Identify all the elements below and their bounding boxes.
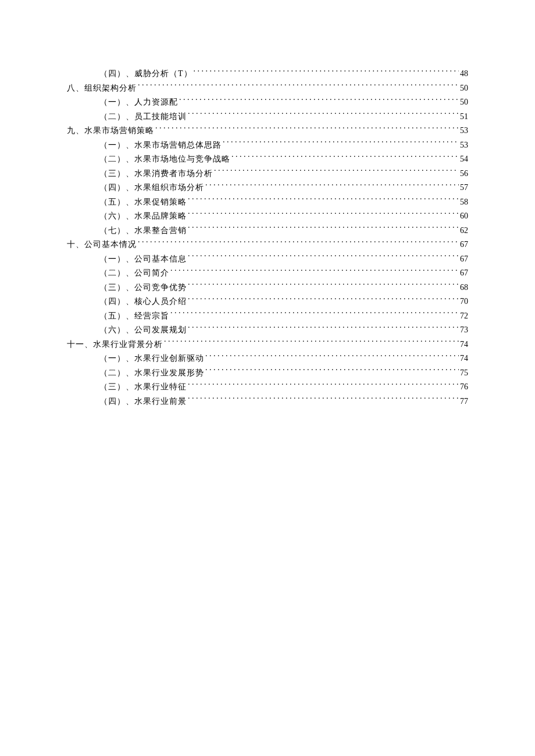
toc-entry-page: 53 xyxy=(460,138,468,153)
toc-entry-label: （五）、水果促销策略 xyxy=(99,195,187,210)
toc-leader-dots xyxy=(179,96,459,105)
toc-entry-label: （二）、水果市场地位与竞争战略 xyxy=(99,152,230,167)
toc-entry-label: （四）、水果行业前景 xyxy=(99,395,187,409)
toc-entry-page: 50 xyxy=(460,81,468,96)
toc-leader-dots xyxy=(188,281,459,289)
toc-leader-dots xyxy=(188,252,459,261)
toc-entry: （一）、水果行业创新驱动74 xyxy=(99,352,468,366)
toc-entry-page: 76 xyxy=(460,380,468,395)
toc-leader-dots xyxy=(188,210,459,218)
toc-leader-dots xyxy=(188,324,459,332)
toc-leader-dots xyxy=(138,238,459,247)
toc-entry-page: 62 xyxy=(460,224,468,238)
toc-leader-dots xyxy=(188,224,459,232)
toc-entry: （一）、公司基本信息67 xyxy=(99,252,468,267)
toc-entry: （三）、公司竞争优势68 xyxy=(99,281,468,295)
toc-leader-dots xyxy=(214,167,459,175)
toc-entry-page: 60 xyxy=(460,209,468,224)
toc-entry: 九、水果市场营销策略53 xyxy=(67,124,468,138)
toc-entry: （五）、经营宗旨72 xyxy=(99,309,468,324)
toc-entry-label: （四）、核心人员介绍 xyxy=(99,295,187,309)
toc-entry-label: （一）、水果市场营销总体思路 xyxy=(99,138,222,153)
toc-entry: （三）、水果行业特征76 xyxy=(99,380,468,395)
toc-entry: （四）、核心人员介绍70 xyxy=(99,295,468,309)
toc-entry-page: 72 xyxy=(460,309,468,324)
toc-entry-label: （六）、公司发展规划 xyxy=(99,323,187,338)
toc-entry-label: （二）、公司简介 xyxy=(99,266,169,281)
toc-entry: （二）、公司简介67 xyxy=(99,266,468,281)
toc-entry: （四）、威胁分析（T）48 xyxy=(99,67,468,81)
toc-entry-page: 48 xyxy=(460,67,468,81)
toc-leader-dots xyxy=(231,153,459,162)
toc-entry-label: 九、水果市场营销策略 xyxy=(67,124,154,138)
toc-leader-dots xyxy=(138,81,459,90)
toc-entry-label: （三）、公司竞争优势 xyxy=(99,281,187,295)
toc-entry-label: （四）、威胁分析（T） xyxy=(99,67,192,81)
toc-leader-dots xyxy=(188,381,459,389)
toc-entry: （六）、水果品牌策略60 xyxy=(99,209,468,224)
toc-entry-label: （二）、水果行业发展形势 xyxy=(99,366,204,381)
toc-leader-dots xyxy=(205,352,459,361)
toc-entry: （五）、水果促销策略58 xyxy=(99,195,468,210)
toc-entry-label: （七）、水果整合营销 xyxy=(99,224,187,238)
toc-entry-label: 十一、水果行业背景分析 xyxy=(67,338,163,352)
toc-entry-label: （一）、人力资源配 xyxy=(99,95,178,110)
toc-entry-page: 68 xyxy=(460,281,468,295)
toc-leader-dots xyxy=(188,395,459,403)
toc-leader-dots xyxy=(164,338,459,346)
toc-leader-dots xyxy=(205,181,459,190)
toc-entry: （四）、水果行业前景77 xyxy=(99,395,468,409)
toc-entry-page: 67 xyxy=(460,238,468,252)
toc-entry-page: 53 xyxy=(460,124,468,138)
toc-entry-label: （二）、员工技能培训 xyxy=(99,110,187,124)
toc-entry-label: （六）、水果品牌策略 xyxy=(99,209,187,224)
toc-entry-label: 八、组织架构分析 xyxy=(67,81,137,96)
toc-entry-page: 67 xyxy=(460,252,468,267)
toc-leader-dots xyxy=(188,110,459,119)
toc-entry-label: （五）、经营宗旨 xyxy=(99,309,169,324)
toc-entry: （二）、员工技能培训51 xyxy=(99,110,468,124)
toc-entry: （一）、水果市场营销总体思路53 xyxy=(99,138,468,153)
toc-entry: 十一、水果行业背景分析74 xyxy=(67,338,468,352)
toc-entry-page: 77 xyxy=(460,395,468,409)
toc-entry-label: （一）、公司基本信息 xyxy=(99,252,187,267)
toc-entry-page: 50 xyxy=(460,95,468,110)
toc-entry-page: 70 xyxy=(460,295,468,309)
table-of-contents: （四）、威胁分析（T）48八、组织架构分析50（一）、人力资源配50（二）、员工… xyxy=(67,67,468,409)
toc-entry-page: 54 xyxy=(460,152,468,167)
toc-entry-page: 67 xyxy=(460,266,468,281)
toc-entry-page: 74 xyxy=(460,352,468,366)
toc-leader-dots xyxy=(170,309,459,318)
toc-entry-label: 十、公司基本情况 xyxy=(67,238,137,252)
toc-leader-dots xyxy=(194,67,459,76)
toc-entry-page: 58 xyxy=(460,195,468,210)
toc-leader-dots xyxy=(188,295,459,304)
toc-entry: （四）、水果组织市场分析57 xyxy=(99,181,468,195)
toc-entry-page: 73 xyxy=(460,323,468,338)
toc-entry-label: （一）、水果行业创新驱动 xyxy=(99,352,204,366)
toc-entry-page: 75 xyxy=(460,366,468,381)
toc-entry: （六）、公司发展规划73 xyxy=(99,323,468,338)
toc-entry-label: （三）、水果消费者市场分析 xyxy=(99,167,213,181)
toc-entry-label: （四）、水果组织市场分析 xyxy=(99,181,204,195)
toc-leader-dots xyxy=(188,195,459,204)
toc-entry: 八、组织架构分析50 xyxy=(67,81,468,96)
toc-entry-page: 57 xyxy=(460,181,468,195)
toc-leader-dots xyxy=(170,267,459,275)
toc-entry-label: （三）、水果行业特征 xyxy=(99,380,187,395)
toc-entry-page: 74 xyxy=(460,338,468,352)
toc-entry: （七）、水果整合营销62 xyxy=(99,224,468,238)
toc-entry: （二）、水果行业发展形势75 xyxy=(99,366,468,381)
toc-entry: 十、公司基本情况67 xyxy=(67,238,468,252)
toc-entry-page: 56 xyxy=(460,167,468,181)
toc-entry: （二）、水果市场地位与竞争战略54 xyxy=(99,152,468,167)
toc-entry-page: 51 xyxy=(460,110,468,124)
toc-leader-dots xyxy=(223,138,459,147)
toc-entry: （一）、人力资源配50 xyxy=(99,95,468,110)
toc-leader-dots xyxy=(205,366,459,375)
toc-entry: （三）、水果消费者市场分析56 xyxy=(99,167,468,181)
toc-leader-dots xyxy=(155,124,459,133)
